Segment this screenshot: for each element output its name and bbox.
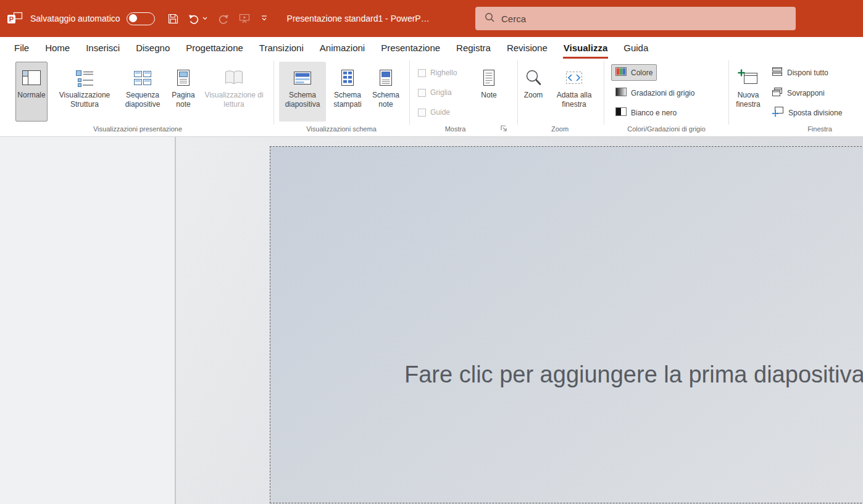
group-divider: [409, 60, 410, 125]
tab-visualizza[interactable]: Visualizza: [556, 37, 615, 59]
black-and-white-icon: [615, 107, 627, 118]
color-button[interactable]: Colore: [611, 64, 657, 81]
tab-home[interactable]: Home: [37, 37, 78, 59]
tab-disegno[interactable]: Disegno: [128, 37, 178, 59]
slide-master-icon: [293, 67, 312, 89]
notes-master-icon: [378, 67, 394, 89]
button-label: Visualizzazione di lettura: [203, 91, 265, 109]
title-bar: P Salvataggio automatico: [0, 0, 863, 37]
svg-text:P: P: [9, 15, 14, 23]
group-label-visualizzazioni-schema: Visualizzazioni schema: [276, 125, 407, 134]
powerpoint-logo-icon[interactable]: P: [7, 11, 23, 26]
button-label: Note: [481, 91, 496, 100]
arrange-all-icon: [772, 67, 783, 78]
tab-registra[interactable]: Registra: [448, 37, 499, 59]
checkbox-box: [418, 69, 426, 77]
ruler-checkbox[interactable]: Righello: [418, 68, 457, 78]
search-input[interactable]: [501, 14, 773, 24]
workspace: Fare clic per aggiungere la prima diapos…: [0, 137, 863, 504]
checkbox-box: [418, 109, 426, 117]
checkbox-label: Guide: [430, 108, 450, 117]
slide-placeholder-text[interactable]: Fare clic per aggiungere la prima diapos…: [404, 361, 863, 388]
outline-view-button[interactable]: Visualizzazione Struttura: [49, 62, 120, 122]
handout-master-button[interactable]: Schema stampati: [328, 62, 367, 122]
group-label-mostra: Mostra: [411, 125, 500, 134]
redo-icon[interactable]: [217, 13, 229, 24]
zoom-button[interactable]: Zoom: [519, 62, 548, 122]
reading-view-icon: [223, 67, 244, 89]
group-divider: [273, 60, 274, 125]
group-label-finestra: Finestra: [772, 125, 863, 134]
tab-revisione[interactable]: Revisione: [499, 37, 556, 59]
reading-view-button[interactable]: Visualizzazione di lettura: [202, 62, 265, 122]
tab-presentazione[interactable]: Presentazione: [373, 37, 448, 59]
group-label-visualizzazioni-presentazione: Visualizzazioni presentazione: [5, 125, 270, 134]
cascade-button[interactable]: Sovrapponi: [767, 85, 829, 101]
undo-dropdown-chevron-icon: [202, 17, 207, 20]
search-icon: [484, 12, 495, 25]
tab-inserisci[interactable]: Inserisci: [78, 37, 128, 59]
move-split-icon: [772, 106, 784, 119]
customize-toolbar-chevron-icon[interactable]: [260, 15, 269, 22]
tab-file[interactable]: File: [6, 37, 37, 59]
slide-thumbnail-panel[interactable]: [0, 137, 175, 504]
notes-page-button[interactable]: Pagina note: [165, 62, 202, 122]
tab-progettazione[interactable]: Progettazione: [178, 37, 251, 59]
group-label-colori: Colori/Gradazioni di grigio: [606, 125, 727, 134]
save-icon[interactable]: [167, 13, 179, 25]
powerpoint-window: P Salvataggio automatico: [0, 0, 863, 504]
autosave-toggle[interactable]: [127, 12, 155, 25]
button-label: Disponi tutto: [787, 68, 828, 77]
button-label: Schema stampati: [328, 91, 367, 109]
outline-view-icon: [75, 67, 94, 89]
slide-canvas[interactable]: Fare clic per aggiungere la prima diapos…: [270, 146, 863, 503]
checkbox-label: Righello: [430, 68, 457, 77]
button-label: Nuova finestra: [733, 91, 764, 109]
editor-area: Fare clic per aggiungere la prima diapos…: [176, 137, 863, 504]
button-label: Adatta alla finestra: [550, 91, 598, 109]
search-box[interactable]: [475, 7, 796, 30]
tab-animazioni[interactable]: Animazioni: [312, 37, 373, 59]
tab-transizioni[interactable]: Transizioni: [251, 37, 312, 59]
slide-sorter-button[interactable]: Sequenza diapositive: [121, 62, 164, 122]
slide-sorter-icon: [133, 67, 152, 89]
notes-icon: [482, 67, 496, 89]
normal-view-icon: [21, 67, 42, 89]
handout-master-icon: [340, 67, 356, 89]
zoom-icon: [523, 67, 543, 89]
start-slideshow-icon[interactable]: [238, 13, 251, 24]
notes-master-button[interactable]: Schema note: [368, 62, 404, 122]
autosave-label: Salvataggio automatico: [30, 14, 120, 23]
gridlines-checkbox[interactable]: Griglia: [418, 88, 452, 97]
button-label: Sovrapponi: [787, 89, 825, 97]
ribbon: Normale Visualizzazione Struttura: [0, 59, 863, 137]
tab-guida[interactable]: Guida: [615, 37, 656, 59]
button-label: Sposta divisione: [788, 109, 842, 117]
button-label: Sequenza diapositive: [122, 91, 164, 109]
notes-button[interactable]: Note: [475, 62, 503, 122]
document-title: Presentazione standard1 - PowerP…: [287, 14, 430, 23]
group-divider: [517, 60, 518, 125]
group-divider: [604, 60, 604, 125]
arrange-all-button[interactable]: Disponi tutto: [767, 64, 833, 81]
black-and-white-button[interactable]: Bianco e nero: [611, 104, 681, 121]
dialog-launcher-icon[interactable]: [500, 124, 509, 133]
button-label: Schema note: [369, 91, 403, 109]
slide-master-button[interactable]: Schema diapositiva: [279, 62, 326, 122]
undo-icon[interactable]: [188, 13, 207, 24]
grayscale-icon: [615, 88, 627, 98]
normal-view-button[interactable]: Normale: [15, 62, 48, 122]
notes-page-icon: [175, 67, 191, 89]
quick-access-toolbar: [167, 13, 269, 25]
move-split-button[interactable]: Sposta divisione: [767, 104, 846, 121]
new-window-button[interactable]: Nuova finestra: [732, 62, 764, 122]
button-label: Normale: [17, 91, 45, 100]
button-label: Pagina note: [165, 91, 201, 109]
fit-to-window-icon: [564, 67, 584, 89]
grayscale-button[interactable]: Gradazioni di grigio: [611, 85, 699, 101]
button-label: Gradazioni di grigio: [631, 89, 694, 97]
ribbon-tab-bar: File Home Inserisci Disegno Progettazion…: [0, 37, 863, 59]
fit-to-window-button[interactable]: Adatta alla finestra: [549, 62, 599, 122]
guides-checkbox[interactable]: Guide: [418, 107, 450, 117]
group-divider: [728, 60, 729, 125]
